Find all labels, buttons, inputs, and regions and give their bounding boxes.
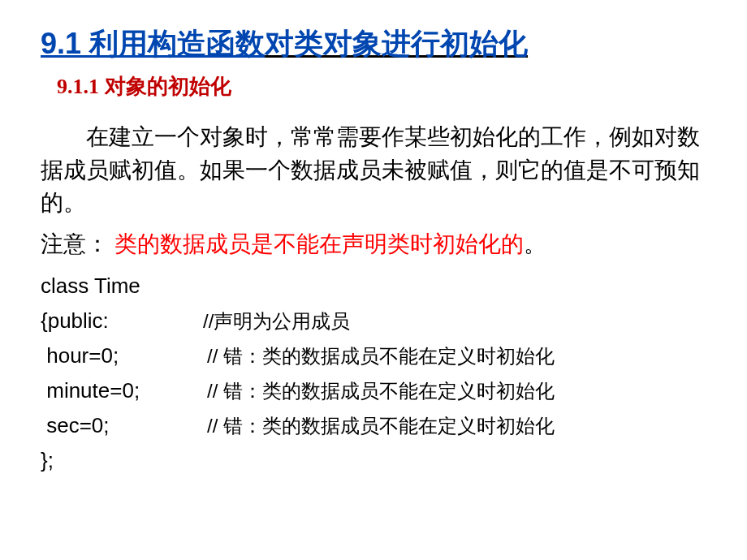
code-text: {public: [41,304,195,338]
heading-part1: 9.1 利用构造函数 [41,27,265,60]
code-comment: //声明为公用成员 [203,305,350,338]
code-text: sec=0; [41,408,179,443]
code-comment: // 错：类的数据成员不能在定义时初始化 [207,340,555,373]
code-line-1: class Time [41,269,706,304]
code-comment: // 错：类的数据成员不能在定义时初始化 [207,410,555,442]
note-content: 类的数据成员是不能在声明类时初始化的 [114,231,524,256]
code-text: class Time [41,269,140,304]
code-block: class Time {public: //声明为公用成员 hour=0; //… [41,269,706,477]
code-line-5: sec=0; // 错：类的数据成员不能在定义时初始化 [41,408,706,443]
code-text: minute=0; [41,373,179,408]
note-dot: 。 [524,231,546,256]
code-comment: // 错：类的数据成员不能在定义时初始化 [207,375,555,407]
paragraph-intro: 在建立一个对象时，常常需要作某些初始化的工作，例如对数据成员赋初值。如果一个数据… [41,121,706,220]
code-text: hour=0; [41,338,179,373]
note-label: 注意： [41,231,114,256]
sub-heading: 9.1.1 对象的初始化 [57,72,706,101]
note-block: 注意： 类的数据成员是不能在声明类时初始化的。 [41,228,706,261]
main-heading: 9.1 利用构造函数对类对象进行初始化 [41,24,706,64]
code-text: }; [41,443,54,478]
code-line-2: {public: //声明为公用成员 [41,304,706,338]
code-line-4: minute=0; // 错：类的数据成员不能在定义时初始化 [41,373,706,408]
code-line-3: hour=0; // 错：类的数据成员不能在定义时初始化 [41,338,706,373]
code-line-6: }; [41,443,706,478]
heading-part2: 对类对象进行初始化 [265,27,528,60]
